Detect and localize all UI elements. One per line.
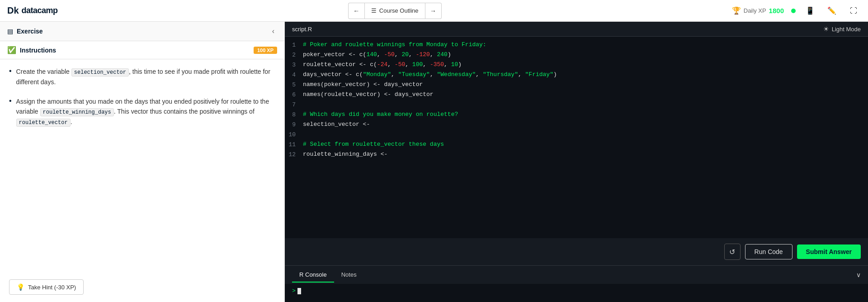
console-tabs: R Console Notes	[292, 268, 364, 283]
fullscreen-icon-button[interactable]: ⛶	[846, 4, 861, 18]
prompt-symbol: >	[292, 288, 296, 294]
code-line-5: 5 names(poker_vector) <- days_vector	[285, 80, 868, 90]
script-filename: script.R	[292, 26, 312, 33]
line-content-11: # Select from roulette_vector these days	[303, 140, 868, 149]
line-content-12: roulette_winning_days <-	[303, 150, 868, 159]
daily-xp-display: 🏆 Daily XP 1800	[732, 6, 784, 15]
back-button[interactable]: ←	[348, 3, 364, 19]
xp-value: 1800	[769, 7, 784, 14]
console-header: R Console Notes ∨	[285, 266, 868, 284]
line-number-5: 5	[285, 80, 303, 90]
line-content-3: roulette_vector <- c(-24, -50, 100, -350…	[303, 60, 868, 70]
trophy-icon: 🏆	[732, 6, 741, 15]
exercise-title: Exercise	[17, 28, 43, 35]
collapse-button[interactable]: ‹	[269, 26, 277, 36]
console-cursor	[297, 288, 301, 294]
light-mode-label: Light Mode	[832, 26, 861, 33]
line-number-10: 10	[285, 130, 303, 140]
xp-badge: 100 XP	[254, 47, 277, 54]
main-content: ▤ Exercise ‹ ✅ Instructions 100 XP • Cre…	[0, 22, 868, 302]
nav-center: ← ☰ Course Outline →	[348, 3, 442, 19]
console-expand-button[interactable]: ∨	[856, 271, 861, 278]
tab-r-console[interactable]: R Console	[292, 268, 334, 283]
code-line-4: 4 days_vector <- c("Monday", "Tuesday", …	[285, 70, 868, 80]
light-mode-button[interactable]: ☀ Light Mode	[823, 25, 861, 33]
instruction-2-code2: roulette_vector	[16, 119, 71, 127]
instructions-title-row: ✅ Instructions	[7, 46, 56, 54]
tab-notes[interactable]: Notes	[334, 268, 364, 283]
line-number-9: 9	[285, 120, 303, 130]
mobile-icon-button[interactable]: 📱	[803, 4, 817, 18]
line-content-4: days_vector <- c("Monday", "Tuesday", "W…	[303, 70, 868, 80]
code-line-12: 12 roulette_winning_days <-	[285, 150, 868, 160]
check-circle-icon: ✅	[7, 46, 16, 54]
instruction-2-text-part3: .	[71, 118, 72, 125]
line-number-3: 3	[285, 60, 303, 70]
code-editor[interactable]: 1 # Poker and roulette winnings from Mon…	[285, 37, 868, 238]
line-number-12: 12	[285, 150, 303, 160]
course-outline-label: Course Outline	[379, 7, 419, 14]
instruction-1-code: selection_vector	[71, 68, 129, 77]
edit-icon-button[interactable]: ✏️	[825, 4, 839, 18]
line-content-6: names(roulette_vector) <- days_vector	[303, 90, 868, 100]
left-panel: ▤ Exercise ‹ ✅ Instructions 100 XP • Cre…	[0, 22, 285, 302]
code-line-9: 9 selection_vector <-	[285, 120, 868, 130]
code-line-2: 2 poker_vector <- c(140, -50, 20, -120, …	[285, 50, 868, 60]
logo-icon: Dk	[7, 5, 19, 16]
exercise-header: ▤ Exercise ‹	[0, 22, 284, 41]
instructions-title: Instructions	[20, 47, 56, 54]
code-line-8: 8 # Which days did you make money on rou…	[285, 110, 868, 120]
exercise-icon: ▤	[7, 28, 13, 35]
bullet-2: •	[9, 97, 12, 105]
hint-label: Take Hint (-30 XP)	[28, 284, 76, 291]
bullet-1: •	[9, 67, 12, 75]
instruction-2-text-part2: . This vector thus contains the positive…	[114, 108, 255, 115]
daily-xp-label: Daily XP	[744, 7, 766, 14]
code-line-11: 11 # Select from roulette_vector these d…	[285, 140, 868, 150]
instruction-item-1: • Create the variable selection_vector, …	[9, 67, 275, 87]
line-number-1: 1	[285, 40, 303, 50]
line-content-5: names(poker_vector) <- days_vector	[303, 80, 868, 90]
online-indicator	[791, 9, 796, 13]
line-content-10	[303, 130, 868, 139]
nav-right: 🏆 Daily XP 1800 📱 ✏️ ⛶	[732, 4, 861, 18]
instructions-body: • Create the variable selection_vector, …	[0, 59, 284, 279]
lightbulb-icon: 💡	[17, 283, 24, 291]
exercise-title-row: ▤ Exercise	[7, 28, 43, 35]
instruction-1-text-part1: Create the variable	[16, 68, 71, 75]
code-line-7: 7	[285, 100, 868, 110]
logo: Dk datacamp	[7, 5, 58, 16]
line-content-7	[303, 100, 868, 110]
editor-header: script.R ☀ Light Mode	[285, 22, 868, 37]
line-content-2: poker_vector <- c(140, -50, 20, -120, 24…	[303, 50, 868, 60]
editor-actions: ↺ Run Code Submit Answer	[285, 238, 868, 265]
code-line-10: 10	[285, 130, 868, 140]
forward-button[interactable]: →	[425, 3, 442, 19]
take-hint-button[interactable]: 💡 Take Hint (-30 XP)	[9, 279, 84, 295]
instruction-2-code1: roulette_winning_days	[40, 108, 114, 116]
r-console: R Console Notes ∨ >	[285, 265, 868, 302]
line-content-1: # Poker and roulette winnings from Monda…	[303, 40, 868, 50]
code-line-6: 6 names(roulette_vector) <- days_vector	[285, 90, 868, 100]
top-navigation: Dk datacamp ← ☰ Course Outline → 🏆 Daily…	[0, 0, 868, 22]
right-panel: script.R ☀ Light Mode 1 # Poker and roul…	[285, 22, 868, 302]
submit-answer-button[interactable]: Submit Answer	[797, 244, 861, 259]
logo-text: datacamp	[22, 6, 58, 15]
line-content-9: selection_vector <-	[303, 120, 868, 129]
line-number-11: 11	[285, 140, 303, 150]
sun-icon: ☀	[823, 25, 829, 33]
instruction-text-2: Assign the amounts that you made on the …	[16, 96, 275, 128]
course-outline-button[interactable]: ☰ Course Outline	[364, 3, 425, 19]
console-body: >	[285, 284, 868, 302]
instruction-text-1: Create the variable selection_vector, th…	[16, 67, 275, 87]
instruction-item-2: • Assign the amounts that you made on th…	[9, 96, 275, 128]
instructions-header: ✅ Instructions 100 XP	[0, 41, 284, 59]
run-code-button[interactable]: Run Code	[745, 244, 793, 259]
line-content-8: # Which days did you make money on roule…	[303, 110, 868, 120]
code-line-3: 3 roulette_vector <- c(-24, -50, 100, -3…	[285, 60, 868, 70]
reset-button[interactable]: ↺	[724, 244, 741, 260]
line-number-4: 4	[285, 70, 303, 80]
console-prompt: >	[292, 288, 861, 294]
line-number-6: 6	[285, 90, 303, 100]
line-number-8: 8	[285, 110, 303, 120]
